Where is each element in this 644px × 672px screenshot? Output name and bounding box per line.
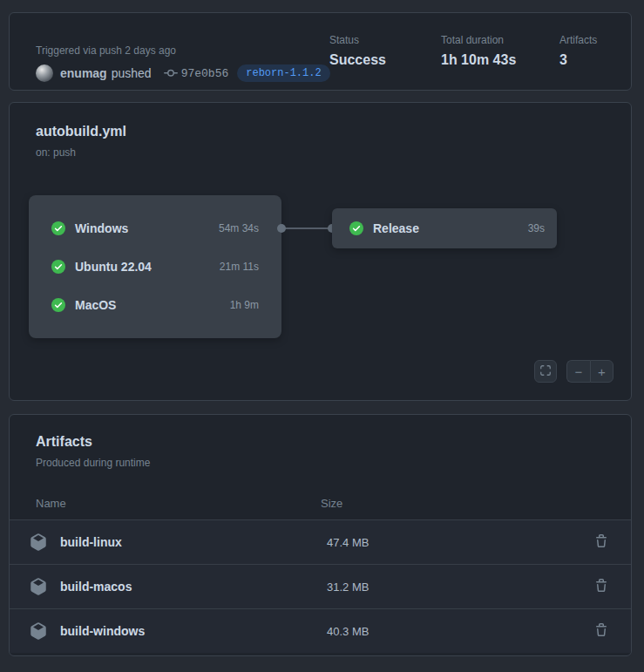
artifact-download-link[interactable]: build-macos [60,580,132,594]
artifact-row: build-macos 31.2 MB [10,564,631,608]
zoom-out-button[interactable]: − [566,360,590,383]
package-icon [30,533,47,551]
check-circle-icon [51,260,65,274]
stat-status: Status Success [329,34,386,68]
ref-badge[interactable]: reborn-1.1.2 [237,64,329,82]
trash-icon [594,623,608,640]
job-duration: 1h 9m [230,299,259,311]
trigger-block: Triggered via push 2 days ago enumag pus… [36,44,330,82]
job-name: MacOS [75,298,116,312]
stat-total-duration: Total duration 1h 10m 43s [441,34,516,68]
git-commit-icon [164,66,178,80]
artifact-name-cell: build-windows [10,622,327,640]
stat-label: Total duration [441,34,516,46]
check-circle-icon [349,221,363,235]
stat-value: Success [329,52,386,68]
artifacts-table: Name Size build-linux 47.4 MB [10,486,631,653]
commit-line: enumag pushed 97e0b56 reborn-1.1.2 [36,64,330,82]
workflow-graph-card: autobuild.yml on: push Windows 54m 34s U… [9,102,632,401]
trash-icon [594,579,608,595]
delete-artifact-button[interactable] [591,531,612,554]
stat-label: Artifacts [559,34,597,46]
artifact-size: 40.3 MB [327,625,501,638]
graph-connector-line [281,227,332,229]
job-node-macos[interactable]: MacOS 1h 9m [29,286,281,324]
avatar[interactable] [36,64,53,82]
triggered-text: Triggered via push 2 days ago [36,44,330,57]
package-icon [30,578,47,595]
fit-to-view-icon [539,364,552,379]
job-duration: 54m 34s [219,222,259,234]
workflow-file-title: autobuild.yml [36,124,126,139]
artifact-name-cell: build-macos [10,578,327,595]
zoom-in-button[interactable]: + [590,360,613,383]
artifact-row: build-windows 40.3 MB [10,608,631,653]
artifact-name-cell: build-linux [10,533,327,551]
check-circle-icon [51,221,65,235]
workflow-trigger: on: push [36,146,76,159]
graph-controls: − + [534,360,613,383]
delete-artifact-button[interactable] [591,620,612,643]
job-node-release[interactable]: Release 39s [332,208,557,248]
job-node-windows[interactable]: Windows 54m 34s [29,209,281,248]
zoom-button-group: − + [566,360,613,383]
column-header-name: Name [10,497,321,510]
artifact-size: 31.2 MB [327,580,501,594]
artifact-size: 47.4 MB [327,536,501,549]
job-name: Ubuntu 22.04 [75,260,152,274]
stat-artifacts-count: Artifacts 3 [559,34,597,68]
job-name: Release [373,221,419,235]
stat-value: 1h 10m 43s [441,52,516,68]
artifacts-subtitle: Produced during runtime [36,457,150,469]
artifacts-table-header: Name Size [10,486,631,519]
run-summary-card: Triggered via push 2 days ago enumag pus… [9,12,632,91]
graph-connector-dot [277,224,286,233]
artifacts-title: Artifacts [36,434,92,450]
job-node-ubuntu[interactable]: Ubuntu 22.04 21m 11s [29,248,281,286]
check-circle-icon [51,298,65,312]
trash-icon [594,534,608,551]
artifacts-card: Artifacts Produced during runtime Name S… [9,414,632,656]
artifact-download-link[interactable]: build-windows [60,624,145,638]
job-name: Windows [75,221,128,235]
job-group-box: Windows 54m 34s Ubuntu 22.04 21m 11s Mac… [29,195,281,338]
action-text: pushed [112,66,152,80]
job-duration: 21m 11s [220,261,259,273]
actor-link[interactable]: enumag [60,66,107,80]
stat-label: Status [329,34,386,46]
delete-artifact-button[interactable] [591,575,612,599]
artifact-download-link[interactable]: build-linux [60,535,122,549]
job-duration: 39s [528,222,545,234]
artifact-row: build-linux 47.4 MB [10,519,631,564]
package-icon [30,622,47,640]
commit-sha-link[interactable]: 97e0b56 [181,67,229,80]
fit-to-view-button[interactable] [534,360,557,383]
stat-value: 3 [559,52,597,68]
column-header-size: Size [321,497,495,510]
